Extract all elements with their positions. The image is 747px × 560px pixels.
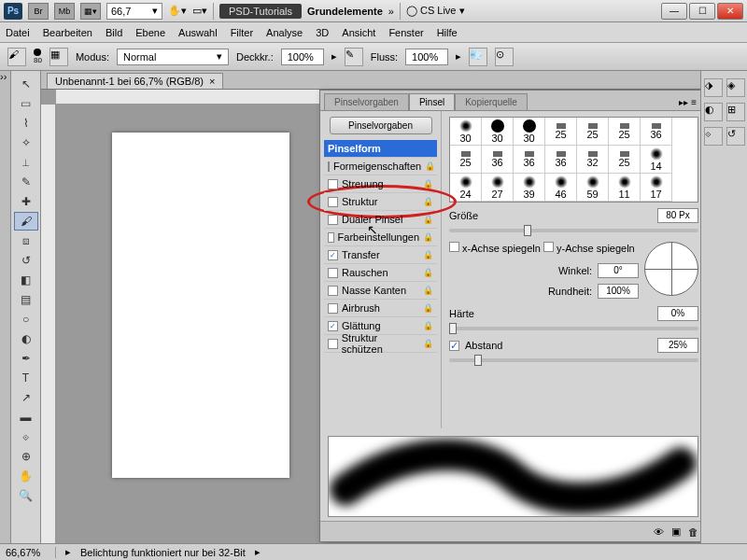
angle-widget[interactable] [644, 242, 698, 296]
type-tool[interactable]: T [14, 369, 38, 387]
toggle-preview-icon[interactable]: 👁 [654, 526, 664, 538]
layers-panel-icon[interactable]: ◈ [726, 78, 745, 97]
status-info-icon[interactable]: ▸ [65, 546, 71, 558]
flow-field[interactable]: 100% [405, 49, 448, 65]
minimize-button[interactable]: — [661, 3, 687, 20]
paths-panel-icon[interactable]: ⟐ [704, 127, 723, 146]
brush-preview[interactable]: 80 [34, 49, 42, 64]
spacing-slider[interactable] [449, 358, 698, 362]
hardness-field[interactable]: 0% [657, 306, 698, 321]
lasso-tool[interactable]: ⌇ [14, 114, 38, 133]
spacing-label[interactable]: Abstand [465, 340, 502, 351]
shape-tool[interactable]: ▬ [14, 408, 38, 427]
size-slider[interactable] [449, 229, 698, 232]
maximize-button[interactable]: ☐ [689, 3, 715, 20]
wand-tool[interactable]: ✧ [14, 133, 38, 152]
brush-tip-grid[interactable]: 30 30 30 25 25 25 36 25 36 36 36 [449, 117, 698, 203]
modus-select[interactable]: Normal▾ [117, 49, 229, 65]
size-field[interactable]: 80 Px [657, 208, 698, 223]
row-rauschen[interactable]: Rauschen🔒 [324, 264, 437, 282]
canvas[interactable] [112, 133, 289, 478]
menu-fenster[interactable]: Fenster [388, 27, 423, 38]
row-transfer[interactable]: ✓Transfer🔒 [324, 246, 437, 264]
angle-field[interactable]: 0° [598, 263, 639, 278]
menu-ebene[interactable]: Ebene [135, 27, 165, 38]
workspace-chip[interactable]: PSD-Tutorials [219, 4, 302, 19]
zoom-tool[interactable]: 🔍 [14, 486, 38, 505]
history-panel-icon[interactable]: ↺ [726, 127, 745, 146]
row-airbrush[interactable]: Airbrush🔒 [324, 300, 437, 317]
3d-tool[interactable]: ⟐ [14, 427, 38, 446]
tab-pinselvorgaben[interactable]: Pinselvorgaben [324, 93, 409, 110]
channels-panel-icon[interactable]: ⊞ [726, 103, 745, 121]
tool-preset-icon[interactable]: 🖌 [7, 48, 26, 66]
menu-datei[interactable]: Datei [6, 27, 30, 38]
close-button[interactable]: ✕ [717, 3, 743, 20]
tab-pinsel[interactable]: Pinsel [409, 93, 455, 110]
roundness-label: Rundheit: [548, 286, 592, 297]
marquee-tool[interactable]: ▭ [14, 94, 38, 113]
options-bar: 🖌 80 ▦ Modus: Normal▾ Deckkr.: 100%▸ ✎ F… [0, 43, 747, 71]
hand-icon[interactable]: ✋▾ [168, 5, 187, 17]
blur-tool[interactable]: ○ [14, 310, 38, 329]
hand-tool[interactable]: ✋ [14, 467, 38, 485]
heal-tool[interactable]: ✚ [14, 192, 38, 211]
new-preset-icon[interactable]: ▣ [671, 525, 681, 538]
flipx-checkbox[interactable]: x-Achse spiegeln [462, 243, 541, 254]
path-tool[interactable]: ↗ [14, 388, 38, 407]
color-panel-icon[interactable]: ⬗ [704, 78, 723, 97]
bridge-button[interactable]: Br [28, 3, 49, 20]
brush-panel-toggle-icon[interactable]: ▦ [49, 48, 68, 66]
gradient-tool[interactable]: ▤ [14, 290, 38, 309]
preset-button[interactable]: Pinselvorgaben [330, 117, 432, 134]
delete-icon[interactable]: 🗑 [688, 526, 698, 538]
eyedropper-tool[interactable]: ✎ [14, 173, 38, 191]
menu-auswahl[interactable]: Auswahl [178, 27, 218, 38]
opacity-field[interactable]: 100% [281, 49, 324, 65]
eraser-tool[interactable]: ◧ [14, 271, 38, 289]
minibridge-button[interactable]: Mb [54, 3, 75, 20]
history-brush-tool[interactable]: ↺ [14, 251, 38, 270]
row-struktur[interactable]: Struktur🔒 [324, 193, 437, 211]
document-tab[interactable]: Unbenannt-1 bei 66,7% (RGB/8)× [47, 73, 223, 89]
row-streuung[interactable]: Streuung🔒 [324, 175, 437, 193]
tab-kopierquelle[interactable]: Kopierquelle [455, 93, 528, 110]
airbrush-icon[interactable]: 💨 [469, 48, 487, 66]
roundness-field[interactable]: 100% [598, 284, 639, 299]
row-struktur-schuetzen[interactable]: Struktur schützen🔒 [324, 335, 437, 353]
more-icon[interactable]: » [388, 6, 394, 17]
hardness-slider[interactable] [449, 327, 698, 330]
adjust-panel-icon[interactable]: ◐ [704, 103, 723, 121]
row-farbeinstellungen[interactable]: Farbeinstellungen🔒 [324, 229, 437, 246]
tablet-size-icon[interactable]: ⊙ [495, 48, 514, 66]
move-tool[interactable]: ↖ [14, 75, 38, 93]
cslive-button[interactable]: ◯ CS Live ▾ [406, 5, 465, 17]
menu-ansicht[interactable]: Ansicht [342, 27, 375, 38]
stamp-tool[interactable]: ⧇ [14, 231, 38, 250]
dodge-tool[interactable]: ◐ [14, 329, 38, 348]
zoom-field[interactable]: 66,7▾ [106, 3, 162, 20]
close-tab-icon[interactable]: × [209, 76, 215, 87]
menu-hilfe[interactable]: Hilfe [437, 27, 458, 38]
workspace-label[interactable]: Grundelemente [307, 6, 383, 17]
row-formeigenschaften[interactable]: Formeigenschaften🔒 [324, 158, 437, 175]
row-dualer-pinsel[interactable]: Dualer Pinsel🔒 [324, 211, 437, 229]
tablet-opacity-icon[interactable]: ✎ [345, 48, 363, 66]
row-pinselform[interactable]: Pinselform [324, 140, 437, 158]
menu-filter[interactable]: Filter [231, 27, 253, 38]
menu-bild[interactable]: Bild [106, 27, 122, 38]
view-icon[interactable]: ▭▾ [192, 5, 207, 17]
panel-menu-icon[interactable]: ▸▸ ≡ [673, 94, 702, 110]
menu-bearbeiten[interactable]: Bearbeiten [43, 27, 92, 38]
3d-camera-tool[interactable]: ⊕ [14, 447, 38, 466]
spacing-field[interactable]: 25% [657, 338, 698, 353]
pen-tool[interactable]: ✒ [14, 349, 38, 368]
row-nasse-kanten[interactable]: Nasse Kanten🔒 [324, 282, 437, 300]
menu-3d[interactable]: 3D [316, 27, 329, 38]
brush-tool[interactable]: 🖌 [14, 212, 38, 231]
crop-tool[interactable]: ⟂ [14, 153, 38, 172]
flipy-checkbox[interactable]: y-Achse spiegeln [557, 243, 635, 254]
status-zoom[interactable]: 66,67% [6, 547, 56, 558]
layout-button[interactable]: ▦▾ [80, 3, 101, 20]
menu-analyse[interactable]: Analyse [266, 27, 303, 38]
